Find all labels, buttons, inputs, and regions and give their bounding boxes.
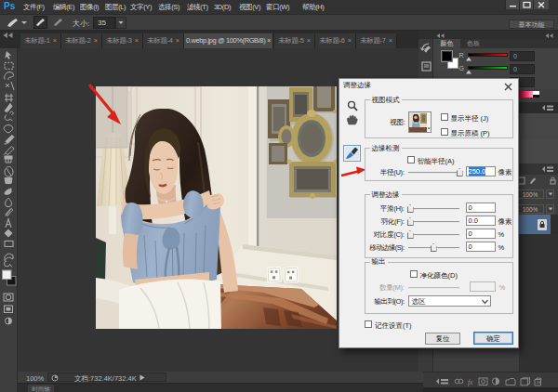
svg-text:fx: fx: [468, 378, 473, 386]
